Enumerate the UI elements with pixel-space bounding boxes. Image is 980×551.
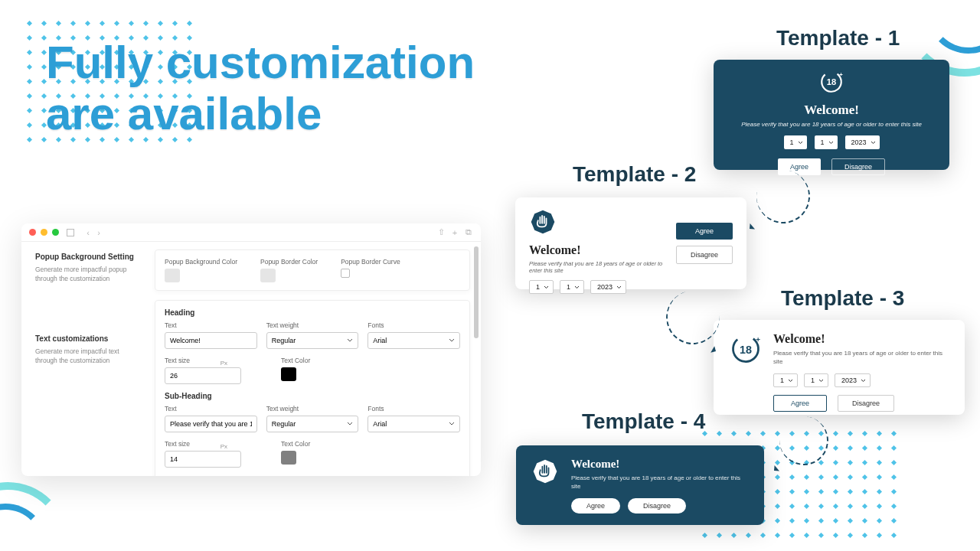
sidebar-toggle-icon[interactable] bbox=[67, 229, 74, 236]
heading-color-swatch[interactable] bbox=[281, 367, 296, 381]
field-label: Text size bbox=[165, 440, 241, 448]
month-select[interactable]: 1 bbox=[815, 135, 838, 149]
disagree-button[interactable]: Disagree bbox=[628, 498, 686, 514]
background-settings-card: Popup Background Color Popup Border Colo… bbox=[155, 249, 470, 291]
year-select[interactable]: 2023 bbox=[835, 373, 871, 387]
border-curve-checkbox[interactable] bbox=[341, 269, 350, 278]
section-title: Popup Background Setting bbox=[35, 253, 138, 261]
verify-text: Please verify that you are 18 years of a… bbox=[729, 121, 934, 128]
subheading-text-input[interactable] bbox=[165, 416, 257, 432]
field-label: Text bbox=[165, 405, 257, 412]
text-settings-card: Heading Text Text weight Regular Fonts A… bbox=[155, 300, 470, 476]
subheading-size-input[interactable] bbox=[165, 451, 241, 468]
year-select[interactable]: 2023 bbox=[590, 280, 626, 294]
heading-weight-select[interactable]: Regular bbox=[266, 332, 359, 349]
disagree-button[interactable]: Disagree bbox=[838, 395, 894, 412]
size-unit: Px bbox=[220, 360, 227, 367]
section-title: Text customizations bbox=[35, 334, 138, 343]
settings-window: ‹ › ⇧ + ⧉ Popup Background Setting Gener… bbox=[21, 223, 481, 476]
template-1-card: 18+ Welcome! Please verify that you are … bbox=[714, 60, 949, 170]
close-icon[interactable] bbox=[29, 229, 36, 236]
verify-text: Please verify that you are 18 years of a… bbox=[571, 474, 749, 491]
field-label: Text bbox=[165, 321, 257, 329]
field-label: Text weight bbox=[266, 405, 359, 412]
subheading-font-select[interactable]: Arial bbox=[368, 416, 460, 432]
month-select[interactable]: 1 bbox=[804, 373, 828, 387]
field-label: Text size bbox=[165, 357, 241, 364]
section-description: Generate more impactful popup through th… bbox=[35, 266, 138, 284]
subheading-weight-select[interactable]: Regular bbox=[266, 416, 359, 432]
border-color-swatch[interactable] bbox=[260, 269, 276, 282]
agree-button[interactable]: Agree bbox=[773, 395, 827, 412]
field-label: Text Color bbox=[281, 440, 373, 448]
heading-font-select[interactable]: Arial bbox=[368, 332, 460, 349]
size-unit: Px bbox=[220, 443, 227, 450]
welcome-title: Welcome! bbox=[773, 332, 949, 346]
page-headline: Fully customization are available bbox=[46, 37, 505, 139]
template-2-card: Welcome! Please verify that you are 18 y… bbox=[515, 197, 746, 289]
template-3-card: 18+ Welcome! Please verify that you are … bbox=[714, 320, 965, 415]
new-tab-icon[interactable]: + bbox=[450, 228, 459, 237]
svg-text:+: + bbox=[756, 335, 760, 344]
window-titlebar: ‹ › ⇧ + ⧉ bbox=[21, 223, 481, 242]
template-4-card: Welcome! Please verify that you are 18 y… bbox=[516, 445, 764, 525]
disagree-button[interactable]: Disagree bbox=[676, 246, 733, 264]
template-3-label: Template - 3 bbox=[781, 286, 904, 311]
welcome-title: Welcome! bbox=[529, 243, 665, 257]
year-select[interactable]: 2023 bbox=[845, 135, 880, 149]
field-label: Popup Border Curve bbox=[341, 258, 400, 266]
field-label: Text weight bbox=[266, 321, 359, 329]
stop-hand-icon bbox=[531, 458, 559, 485]
svg-text:18: 18 bbox=[827, 77, 836, 86]
verify-text: Please verify that you are 18 years of a… bbox=[529, 260, 665, 274]
month-select[interactable]: 1 bbox=[560, 280, 584, 294]
agree-button[interactable]: Agree bbox=[676, 223, 733, 240]
minimize-icon[interactable] bbox=[41, 229, 47, 236]
field-label: Fonts bbox=[368, 321, 460, 329]
age-18-icon: 18+ bbox=[818, 69, 844, 95]
stop-hand-icon bbox=[529, 208, 557, 236]
heading-text-input[interactable] bbox=[165, 332, 257, 349]
subheading-color-swatch[interactable] bbox=[281, 451, 296, 465]
field-label: Text Color bbox=[281, 357, 373, 364]
field-label: Popup Border Color bbox=[260, 258, 318, 266]
svg-text:+: + bbox=[839, 71, 843, 78]
template-4-label: Template - 4 bbox=[582, 409, 705, 434]
welcome-title: Welcome! bbox=[571, 458, 749, 471]
day-select[interactable]: 1 bbox=[784, 135, 807, 149]
field-label: Popup Background Color bbox=[165, 258, 237, 266]
bg-color-swatch[interactable] bbox=[165, 269, 180, 282]
svg-text:18: 18 bbox=[740, 344, 752, 356]
subheading-group-label: Sub-Heading bbox=[165, 392, 460, 400]
maximize-icon[interactable] bbox=[52, 229, 59, 236]
template-2-label: Template - 2 bbox=[573, 162, 696, 187]
section-description: Generate more impactful text through the… bbox=[35, 347, 138, 366]
field-label: Fonts bbox=[368, 405, 460, 412]
share-icon[interactable]: ⇧ bbox=[436, 228, 446, 237]
heading-size-input[interactable] bbox=[165, 367, 241, 384]
day-select[interactable]: 1 bbox=[529, 280, 554, 294]
forward-icon[interactable]: › bbox=[94, 228, 103, 237]
welcome-title: Welcome! bbox=[729, 103, 934, 118]
disagree-button[interactable]: Disagree bbox=[831, 158, 885, 175]
verify-text: Please verify that you are 18 years of a… bbox=[773, 349, 949, 366]
back-icon[interactable]: ‹ bbox=[83, 228, 93, 237]
agree-button[interactable]: Agree bbox=[571, 498, 620, 514]
scrollbar[interactable] bbox=[474, 246, 479, 338]
day-select[interactable]: 1 bbox=[773, 373, 798, 387]
tabs-icon[interactable]: ⧉ bbox=[464, 228, 473, 237]
template-1-label: Template - 1 bbox=[776, 26, 900, 51]
heading-group-label: Heading bbox=[165, 308, 460, 317]
age-18-icon: 18+ bbox=[729, 332, 763, 366]
